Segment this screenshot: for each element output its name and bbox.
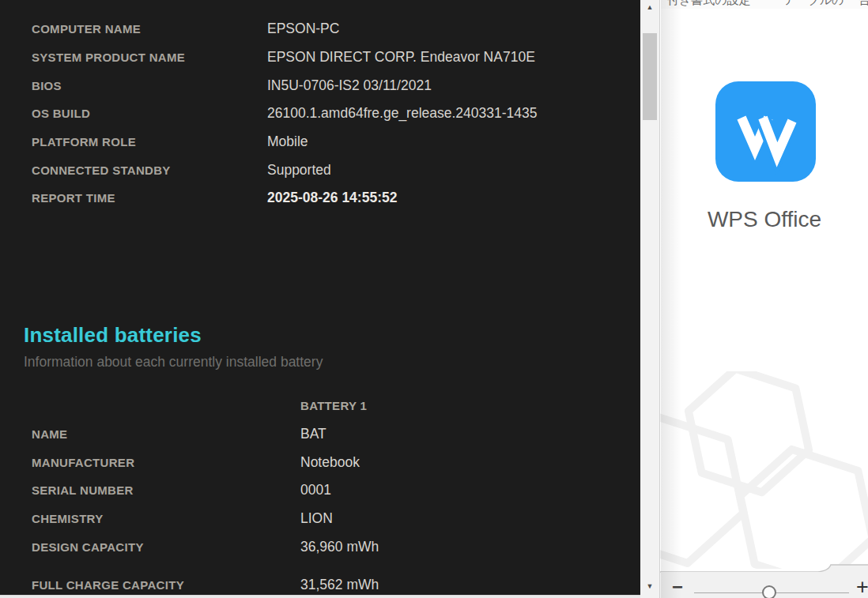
- row-value: 36,960 mWh: [300, 539, 379, 555]
- table-header-row: BATTERY 1: [32, 392, 632, 420]
- row-label: CONNECTED STANDBY: [32, 164, 267, 177]
- installed-batteries-table: BATTERY 1 NAME BAT MANUFACTURER Notebook…: [32, 392, 632, 595]
- row-value: Notebook: [300, 454, 360, 471]
- row-label: BIOS: [32, 79, 267, 92]
- table-row: SERIAL NUMBER 0001: [32, 476, 632, 505]
- table-row: COMPUTER NAME EPSON-PC: [32, 15, 632, 43]
- row-value: 31,562 mWh: [300, 577, 379, 593]
- scrollbar-thumb[interactable]: [643, 33, 657, 120]
- row-value: IN5U-0706-IS2 03/11/2021: [267, 77, 432, 94]
- scroll-up-icon[interactable]: ▲: [640, 2, 659, 13]
- row-label: MANUFACTURER: [32, 456, 300, 469]
- menu-item-conditional-format[interactable]: 付き書式の設定: [667, 0, 751, 8]
- row-value: 0001: [300, 482, 331, 498]
- section-title-installed-batteries: Installed batteries: [24, 323, 202, 348]
- row-value: EPSON-PC: [267, 21, 339, 37]
- table-row: SYSTEM PRODUCT NAME EPSON DIRECT CORP. E…: [32, 43, 632, 72]
- row-label: PLATFORM ROLE: [32, 135, 267, 149]
- browser-window-bottom-edge: [0, 595, 640, 598]
- table-row: OS BUILD 26100.1.amd64fre.ge_release.240…: [32, 100, 632, 128]
- row-value: 26100.1.amd64fre.ge_release.240331-1435: [267, 105, 538, 122]
- table-row: BIOS IN5U-0706-IS2 03/11/2021: [32, 71, 632, 100]
- row-label: FULL CHARGE CAPACITY: [32, 578, 300, 592]
- row-label: SYSTEM PRODUCT NAME: [32, 51, 267, 64]
- zoom-out-icon[interactable]: −: [670, 581, 685, 595]
- table-row: NAME BAT: [32, 420, 632, 449]
- row-value: Mobile: [267, 134, 308, 150]
- row-value: 2025-08-26 14:55:52: [267, 190, 397, 206]
- row-value: EPSON DIRECT CORP. Endeavor NA710E: [267, 49, 535, 66]
- window-drop-shadow: [661, 0, 681, 598]
- wps-app-name: WPS Office: [660, 207, 868, 232]
- zoom-in-icon[interactable]: +: [855, 579, 868, 595]
- row-value: Supported: [267, 162, 331, 179]
- row-label: SERIAL NUMBER: [32, 483, 300, 497]
- row-value: BAT: [300, 426, 326, 442]
- table-row: PLATFORM ROLE Mobile: [32, 128, 632, 156]
- row-value: LION: [300, 510, 333, 527]
- row-label: DESIGN CAPACITY: [32, 540, 300, 554]
- row-label: COMPUTER NAME: [32, 22, 267, 36]
- zoom-slider-handle[interactable]: [762, 585, 776, 598]
- table-row-report-time: REPORT TIME 2025-08-26 14:55:52: [32, 184, 632, 212]
- row-label: OS BUILD: [32, 107, 267, 120]
- table-row: DESIGN CAPACITY 36,960 mWh: [32, 532, 632, 561]
- wps-status-bar: − +: [661, 572, 868, 598]
- screen: COMPUTER NAME EPSON-PC SYSTEM PRODUCT NA…: [0, 0, 868, 598]
- table-row: CHEMISTRY LION: [32, 505, 632, 533]
- row-label: CHEMISTRY: [32, 512, 300, 525]
- system-info-table: COMPUTER NAME EPSON-PC SYSTEM PRODUCT NA…: [32, 15, 632, 212]
- wps-toolbar-clipped: 付き書式の設定 テーブルの 合: [661, 0, 868, 9]
- menu-item-fragment[interactable]: 合: [859, 0, 868, 8]
- hexagon-watermark: [660, 371, 868, 569]
- menu-item-table[interactable]: テーブルの: [783, 0, 843, 8]
- table-row: FULL CHARGE CAPACITY 31,562 mWh: [32, 571, 632, 595]
- vertical-scrollbar[interactable]: ▲ ▼: [640, 0, 659, 598]
- table-row: MANUFACTURER Notebook: [32, 448, 632, 476]
- wps-office-window: 付き書式の設定 テーブルの 合 WPS Office: [659, 0, 868, 598]
- section-subtitle: Information about each currently install…: [24, 354, 323, 370]
- row-label: NAME: [32, 427, 300, 441]
- row-label: REPORT TIME: [32, 191, 267, 205]
- table-row: CONNECTED STANDBY Supported: [32, 156, 632, 184]
- battery-report-page: COMPUTER NAME EPSON-PC SYSTEM PRODUCT NA…: [0, 0, 640, 595]
- scroll-down-icon[interactable]: ▼: [640, 581, 659, 592]
- wps-logo-icon: [715, 81, 816, 182]
- column-header-battery-1: BATTERY 1: [300, 399, 367, 412]
